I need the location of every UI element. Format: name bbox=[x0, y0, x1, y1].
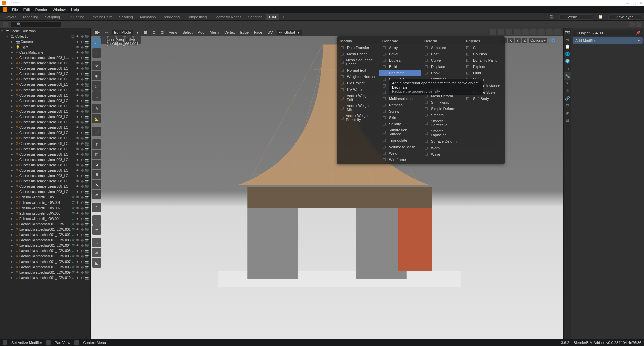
modifier-item-mesh-cache[interactable]: ◫Mesh Cache bbox=[337, 51, 379, 57]
outliner-item[interactable]: ▸▽Cupressus sempervirens008_LOW.025👁⊙📷 bbox=[0, 189, 90, 194]
outliner-item[interactable]: ▸▽Cupressus sempervirens008_LOW.001👁⊙📷 bbox=[0, 60, 90, 66]
pin-icon[interactable]: 📌 bbox=[636, 31, 641, 35]
modifier-item-remesh[interactable]: ◫Remesh bbox=[379, 102, 421, 108]
modifier-item-volume-to-mesh[interactable]: ◫Volume to Mesh bbox=[379, 143, 421, 150]
outliner-item[interactable]: ▸▽Cupressus sempervirens008_LOW.013👁⊙📷 bbox=[0, 125, 90, 130]
outliner-item[interactable]: ▸▽Echium wildpretii_LOW.003▽👁⊙📷 bbox=[0, 211, 90, 216]
modifier-item-shrinkwrap[interactable]: ◫Shrinkwrap bbox=[421, 99, 463, 105]
gizmo-icon[interactable] bbox=[506, 29, 512, 35]
modifier-item-hook[interactable]: ◫Hook bbox=[421, 70, 463, 76]
tab-scene[interactable]: 🌐 bbox=[564, 50, 571, 58]
close-button[interactable]: ✕ bbox=[639, 1, 642, 5]
tab-texture[interactable]: ▦ bbox=[564, 117, 571, 124]
modifier-item-warp[interactable]: ◫Warp bbox=[421, 145, 463, 151]
outliner-item[interactable]: ▸▽Lavandula stoechas001_LOW.008▽👁⊙📷 bbox=[0, 264, 90, 270]
tab-object[interactable]: ◻ bbox=[564, 65, 571, 72]
outliner-item[interactable]: ▸▽Lavandula stoechas001_LOW.005▽👁⊙📷 bbox=[0, 248, 90, 253]
new-collection-icon[interactable] bbox=[636, 22, 641, 27]
tool-loopcut[interactable]: ⊞ bbox=[92, 170, 101, 179]
menu-render[interactable]: Render bbox=[33, 7, 49, 12]
tab-data[interactable]: ▽ bbox=[564, 102, 571, 109]
shading-material-icon[interactable] bbox=[546, 29, 553, 35]
tab-material[interactable]: ◉ bbox=[564, 109, 571, 117]
menu-mesh[interactable]: Mesh bbox=[208, 30, 220, 35]
outliner-item[interactable]: ▸▽Cupressus sempervirens008_LOW.019👁⊙📷 bbox=[0, 157, 90, 162]
modifier-item-displace[interactable]: ◫Displace bbox=[421, 63, 463, 70]
modifier-item-vertex-weight-proximity[interactable]: ◫Vertex Weight Proximity bbox=[337, 113, 379, 123]
orientation-selector[interactable]: ⊹ Global ▾ bbox=[277, 30, 302, 35]
modifier-item-bevel[interactable]: ◫Bevel bbox=[379, 51, 421, 57]
viewlayer-icon[interactable]: 📋 bbox=[595, 14, 606, 20]
viewport-y[interactable]: Y bbox=[515, 38, 521, 43]
outliner-item[interactable]: ▸▽Echium wildpretii_LOW.002▽👁⊙📷 bbox=[0, 205, 90, 211]
outliner-item[interactable]: ▸▽Lavandula stoechas001_LOW.006▽👁⊙📷 bbox=[0, 253, 90, 259]
menu-add[interactable]: Add bbox=[196, 30, 206, 35]
select-mode-edge[interactable]: ⊡ bbox=[151, 30, 157, 35]
modifier-item-normal-edit[interactable]: ◫Normal Edit bbox=[337, 67, 379, 73]
viewport-x[interactable]: X bbox=[508, 38, 514, 43]
menu-view[interactable]: View bbox=[167, 30, 179, 35]
tab-render[interactable]: 📷 bbox=[564, 28, 571, 36]
modifier-item-wireframe[interactable]: ◫Wireframe bbox=[379, 156, 421, 163]
outliner-item[interactable]: ▸▽Cupressus sempervirens008_LOW.005👁⊙📷 bbox=[0, 82, 90, 87]
tab-shading[interactable]: Shading bbox=[116, 14, 136, 20]
modifier-item-uv-project[interactable]: ◫UV Project bbox=[337, 80, 379, 86]
tool-measure[interactable]: 📐 bbox=[92, 114, 101, 123]
shading-rendered-icon[interactable] bbox=[554, 29, 561, 35]
tab-scripting[interactable]: Scripting bbox=[245, 14, 266, 20]
modifier-item-subdivision-surface[interactable]: ◫Subdivision Surface bbox=[379, 127, 421, 137]
editor-type-icon[interactable] bbox=[3, 22, 8, 27]
modifier-item-boolean[interactable]: ◫Boolean bbox=[379, 57, 421, 63]
tool-inset[interactable]: ◫ bbox=[92, 150, 101, 159]
outliner-item[interactable]: ▸▽Cupressus sempervirens008_LOW.015👁⊙📷 bbox=[0, 135, 90, 141]
modifier-item-smooth-laplacian[interactable]: ◫Smooth Laplacian bbox=[421, 128, 463, 138]
modifier-item-screw[interactable]: ◫Screw bbox=[379, 108, 421, 114]
menu-select[interactable]: Select bbox=[181, 30, 194, 35]
outliner-item[interactable]: ▸▽Lavandula stoechas001_LOW.003▽👁⊙📷 bbox=[0, 237, 90, 243]
tool-annotate[interactable]: ✎ bbox=[92, 104, 101, 113]
outliner-item[interactable]: ▸▽Cupressus sempervirens008_LOW.011👁⊙📷 bbox=[0, 114, 90, 119]
proportional-icon[interactable] bbox=[498, 29, 504, 35]
mode-selector[interactable]: Edit Mode bbox=[112, 30, 133, 35]
tab-bim[interactable]: BIM bbox=[266, 14, 279, 20]
tab-rendering[interactable]: Rendering bbox=[159, 14, 183, 20]
tab-compositing[interactable]: Compositing bbox=[183, 14, 210, 20]
tab-add[interactable]: + bbox=[279, 14, 288, 20]
modifier-item-dynamic-paint[interactable]: ◫Dynamic Paint bbox=[463, 57, 505, 63]
outliner-item[interactable]: ▸▽Cupressus sempervirens008_LOW.004👁⊙📷 bbox=[0, 76, 90, 82]
modifier-item-multiresolution[interactable]: ◫Multiresolution bbox=[379, 95, 421, 102]
menu-help[interactable]: Help bbox=[69, 7, 81, 12]
tool-scale[interactable]: ⬚ bbox=[92, 81, 101, 91]
modifier-item-wave[interactable]: ◫Wave bbox=[421, 151, 463, 157]
axis-z[interactable]: Z bbox=[551, 38, 555, 42]
select-mode-vertex[interactable]: ⊡ bbox=[142, 30, 149, 35]
modifier-item-collision[interactable]: ◫Collision bbox=[463, 51, 505, 57]
menu-vertex[interactable]: Vertex bbox=[222, 30, 236, 35]
tool-cursor[interactable]: ✛ bbox=[92, 48, 101, 58]
tab-animation[interactable]: Animation bbox=[136, 14, 159, 20]
maximize-button[interactable]: ▢ bbox=[633, 1, 636, 5]
scene-input[interactable] bbox=[559, 14, 593, 20]
snap-icon[interactable] bbox=[490, 29, 496, 35]
mode-icon[interactable]: ✏ bbox=[104, 30, 110, 35]
modifier-item-soft-body[interactable]: ◫Soft Body bbox=[463, 95, 505, 102]
outliner-search[interactable] bbox=[11, 22, 61, 27]
modifier-item-solidify[interactable]: ◫Solidify bbox=[379, 121, 421, 127]
modifier-item-explode[interactable]: ◫Explode bbox=[463, 63, 505, 70]
outliner-scene-collection[interactable]: ▾🗀 Scene Collection bbox=[0, 28, 90, 34]
modifier-item-armature[interactable]: ◫Armature bbox=[421, 44, 463, 51]
menu-file[interactable]: File bbox=[10, 7, 20, 12]
outliner-item[interactable]: ▸▽Lavandula stoechas001_LOW▽👁⊙📷 bbox=[0, 221, 90, 227]
tab-viewlayer[interactable]: 📋 bbox=[564, 43, 571, 50]
blender-icon[interactable] bbox=[3, 7, 7, 12]
outliner-item[interactable]: ▸▽Cupressus sempervirens008_LOW.017👁⊙📷 bbox=[0, 146, 90, 152]
tool-move[interactable]: ✥ bbox=[92, 61, 101, 70]
filter-icon[interactable] bbox=[629, 22, 635, 27]
modifier-item-array[interactable]: ◫Array bbox=[379, 44, 421, 51]
tab-modifiers[interactable]: 🔧 bbox=[564, 72, 571, 80]
outliner-item[interactable]: ▸▽Cupressus sempervirens008_LOW.014👁⊙📷 bbox=[0, 130, 90, 135]
modifier-item-triangulate[interactable]: ◫Triangulate bbox=[379, 137, 421, 143]
menu-window[interactable]: Window bbox=[51, 7, 68, 12]
outliner-item[interactable]: ▸▽Lavandula stoechas001_LOW.009▽👁⊙📷 bbox=[0, 270, 90, 275]
outliner-item[interactable]: ▸▽Cupressus sempervirens008_LOW.022👁⊙📷 bbox=[0, 173, 90, 178]
